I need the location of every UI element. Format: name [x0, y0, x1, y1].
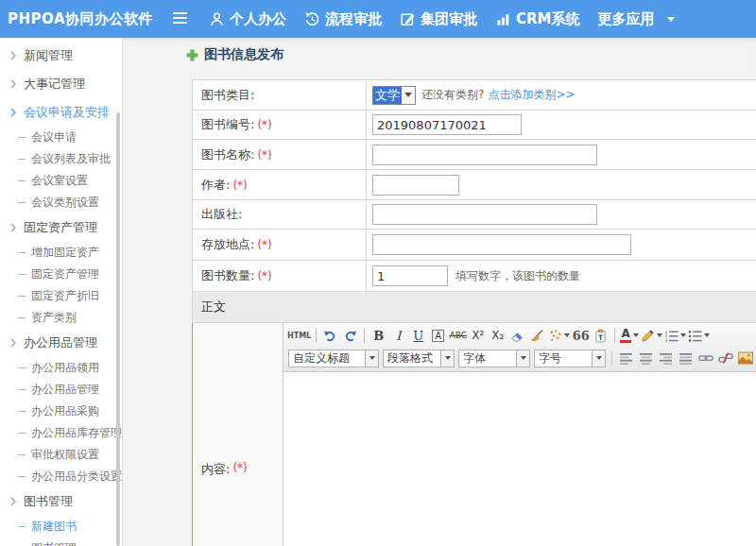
align-justify-icon[interactable] [677, 349, 695, 367]
underline-button[interactable]: U [409, 326, 427, 345]
quantity-label: 图书数量: [201, 267, 254, 284]
category-select[interactable]: 文学 [372, 86, 416, 105]
italic-button[interactable]: I [389, 326, 407, 345]
highlight-color-icon[interactable] [641, 326, 662, 345]
sidebar-item-supplies-inventory[interactable]: 办公用品库存管理 [0, 422, 122, 444]
required-marker: (*) [232, 179, 247, 192]
author-input[interactable] [372, 175, 459, 196]
sidebar-item-asset-category[interactable]: 资产类别 [0, 307, 122, 329]
menu-more-apps[interactable]: 更多应用 [598, 10, 675, 28]
align-left-icon[interactable] [617, 349, 635, 367]
sidebar-item-meeting-apply[interactable]: 会议申请 [0, 127, 122, 148]
chevron-right-icon [9, 338, 17, 348]
dash-icon [18, 159, 26, 160]
sidebar-item-supplies-purchase[interactable]: 办公用品采购 [0, 401, 122, 422]
sidebar-scrollbar[interactable] [116, 112, 120, 546]
select-arrow-icon [440, 350, 454, 367]
sidebar-item-asset-depreciation[interactable]: 固定资产折旧 [0, 285, 122, 307]
font-color-button[interactable]: A [620, 326, 639, 345]
superscript-button[interactable]: X² [469, 326, 487, 345]
chevron-right-icon [9, 51, 17, 60]
book-no-input[interactable] [372, 114, 522, 135]
dash-icon [18, 137, 26, 138]
ordered-list-icon[interactable]: 123 [664, 326, 686, 345]
sidebar-item-book-manage[interactable]: 图书管理 [0, 537, 122, 546]
bold-button[interactable]: B [369, 326, 387, 345]
edit-note-icon [400, 11, 416, 27]
sidebar-item-supplies-manage[interactable]: 办公用品管理 [0, 379, 122, 401]
sidebar-item-news-mgmt[interactable]: 新闻管理 [0, 42, 122, 70]
sidebar: 新闻管理 大事记管理 会议申请及安排 会议申请 会议列表及审批 会议室设置 会议… [0, 38, 123, 546]
strikethrough-button[interactable]: ABC [449, 326, 467, 345]
format-painter-icon[interactable] [548, 326, 570, 345]
paragraph-format-select[interactable]: 段落格式 [383, 350, 455, 367]
author-label: 作者: [201, 177, 230, 194]
quantity-hint: 填写数字，该图书的数量 [455, 268, 580, 284]
undo-button[interactable] [321, 326, 339, 345]
sidebar-item-supplies-mgmt[interactable]: 办公用品管理 [0, 329, 122, 357]
dash-icon [18, 274, 26, 275]
link-icon[interactable] [696, 349, 714, 367]
svg-text:T: T [598, 333, 604, 341]
eraser-icon[interactable] [508, 326, 526, 345]
svg-text:3: 3 [665, 338, 668, 343]
sidebar-item-asset-add[interactable]: 增加固定资产 [0, 242, 122, 264]
editor-content-area[interactable] [284, 372, 756, 546]
border-text-button[interactable]: A [429, 326, 447, 345]
category-selected-value: 文学 [373, 87, 402, 104]
form-row-quantity: 图书数量:(*) 填写数字，该图书的数量 [193, 261, 756, 292]
form-row-book-no: 图书编号:(*) [193, 111, 756, 140]
required-marker: (*) [257, 238, 271, 251]
dash-icon [18, 252, 26, 253]
form-row-author: 作者:(*) [193, 170, 756, 200]
sidebar-item-book-new[interactable]: 新建图书 [0, 516, 122, 537]
sidebar-item-meeting-mgmt[interactable]: 会议申请及安排 [0, 98, 122, 127]
add-category-link[interactable]: 点击添加类别>> [488, 87, 575, 103]
select-arrow-icon [516, 350, 529, 367]
align-center-icon[interactable] [637, 349, 655, 367]
select-arrow-icon [592, 350, 605, 367]
editor-toolbar-row-2: 自定义标题 段落格式 字体 字号 [286, 348, 756, 368]
sidebar-item-asset-mgmt[interactable]: 固定资产管理 [0, 213, 122, 242]
align-right-icon[interactable] [657, 349, 675, 367]
person-icon [209, 11, 225, 27]
menu-crm-system[interactable]: CRM系统 [495, 10, 580, 28]
form-row-category: 图书类目: 文学 还没有类别? 点击添加类别>> [193, 80, 756, 111]
sidebar-item-supplies-category[interactable]: 办公用品分类设置 [0, 466, 122, 487]
editor-toolbar: HTML B I U A ABC X² X₂ [284, 323, 756, 372]
format-brush-icon[interactable] [528, 326, 546, 345]
menu-toggle-button[interactable] [173, 12, 187, 25]
menu-group-approval[interactable]: 集团审批 [400, 10, 477, 28]
quantity-input[interactable] [372, 265, 448, 286]
book-name-input[interactable] [372, 145, 597, 165]
menu-process-approval[interactable]: 流程审批 [304, 10, 382, 28]
app-logo: PHPOA协同办公软件 [8, 0, 153, 38]
dash-icon [18, 296, 26, 297]
sidebar-item-meeting-list[interactable]: 会议列表及审批 [0, 148, 122, 170]
unlink-icon[interactable] [716, 349, 734, 367]
menu-personal-office[interactable]: 个人办公 [209, 10, 286, 28]
image-icon[interactable] [736, 349, 754, 367]
add-plus-icon [186, 49, 198, 61]
custom-title-select[interactable]: 自定义标题 [288, 350, 379, 367]
form-row-content: 内容:(*) HTML B I U A AB [192, 323, 756, 546]
redo-button[interactable] [341, 326, 359, 345]
bullet-list-icon[interactable] [688, 326, 710, 345]
chevron-right-icon [9, 223, 17, 232]
sidebar-item-meeting-category[interactable]: 会议类别设置 [0, 192, 122, 213]
source-code-button[interactable]: HTML [287, 326, 311, 345]
sidebar-item-meeting-room[interactable]: 会议室设置 [0, 170, 122, 192]
dash-icon [18, 433, 26, 434]
sidebar-item-book-mgmt[interactable]: 图书管理 [0, 487, 122, 516]
subscript-button[interactable]: X₂ [489, 326, 507, 345]
publisher-input[interactable] [372, 204, 597, 225]
sidebar-item-supplies-requisition[interactable]: 办公用品领用 [0, 357, 122, 379]
font-family-select[interactable]: 字体 [458, 350, 530, 367]
font-size-select[interactable]: 字号 [534, 350, 606, 367]
blockquote-button[interactable]: 66 [572, 326, 590, 345]
paste-text-icon[interactable]: T [592, 326, 610, 345]
sidebar-item-approval-permission[interactable]: 审批权限设置 [0, 444, 122, 466]
sidebar-item-asset-manage[interactable]: 固定资产管理 [0, 264, 122, 285]
sidebar-item-events-mgmt[interactable]: 大事记管理 [0, 70, 122, 98]
location-input[interactable] [372, 234, 631, 255]
